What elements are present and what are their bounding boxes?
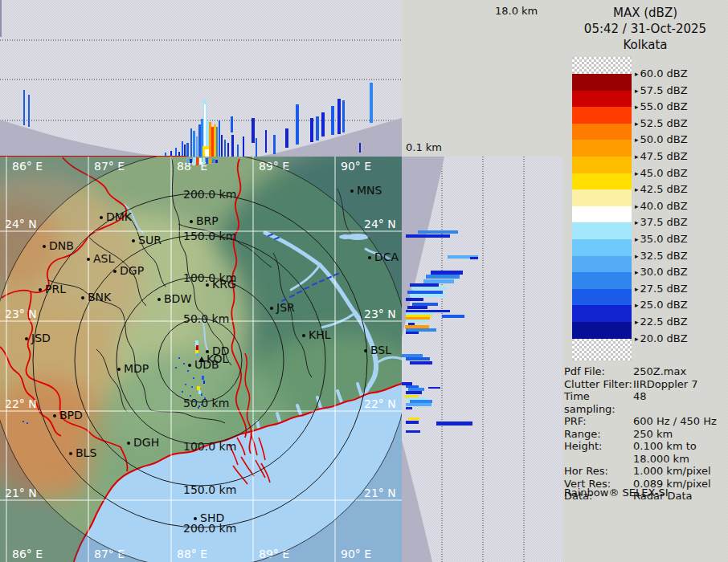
echo-row [408,417,419,420]
echo-column [193,131,195,157]
scale-tick-arrow-icon: ▸ [635,335,639,343]
echo-cell [196,157,198,165]
scale-label: ▸45.0 dBZ [635,167,688,180]
latitude-label-right: 24° N [364,218,396,230]
legend-panel: MAX (dBZ) 05:42 / 31-Oct-2025 Kolkata ▸6… [562,0,728,562]
scale-label: ▸20.0 dBZ [635,332,688,345]
scale-band [572,157,632,173]
echo-row [406,317,430,320]
beam-blind-wedge [256,118,402,157]
scale-band [572,140,632,157]
latitude-label-left: 24° N [5,218,37,230]
echo-column [237,145,239,157]
station-dot [69,452,72,455]
echo-column [285,128,288,148]
echo-row [405,325,429,328]
longitude-label-bottom: 86° E [12,548,43,560]
scale-band [572,289,632,306]
echo-column [316,116,319,140]
echo-row [406,397,427,400]
echo-cell [203,381,205,384]
metadata-label: PRF: [564,415,633,428]
echo-column [219,120,220,157]
station-dot [113,270,117,273]
scale-label: ▸27.5 dBZ [635,283,688,295]
scale-band [572,173,632,190]
longitude-label-top: 86° E [12,160,43,173]
scale-band-below-min [572,339,632,360]
station-dot [127,442,130,445]
station-label: SUR [138,234,162,246]
echo-column [23,90,25,125]
metadata-value: 1.000 km/pixel [633,465,711,478]
echo-row [411,287,447,290]
right-height-profile-panel[interactable] [402,157,562,562]
station-label: DGP [120,264,144,277]
echo-column [359,143,361,153]
station-dot [364,349,367,352]
scale-color-column [572,57,632,360]
scale-tick-arrow-icon: ▸ [635,169,639,177]
metadata-value: 0.100 km to 18.000 km [633,440,697,465]
echo-cell [202,157,205,165]
scale-tick-arrow-icon: ▸ [635,70,639,78]
station-label: BDW [164,292,191,305]
echo-row [406,328,436,332]
echo-row [406,310,450,312]
echo-row [412,303,438,306]
echo-speck [204,397,206,399]
echo-speck [193,377,194,379]
longitude-label-bottom: 89° E [259,548,289,560]
echo-row [408,388,424,391]
echo-cell [206,158,208,164]
scale-label: ▸40.0 dBZ [635,200,688,213]
scale-tick-arrow-icon: ▸ [635,235,639,243]
echo-row [423,279,454,283]
scale-label: ▸22.5 dBZ [635,316,688,328]
metadata-row: Time sampling:48 [564,390,728,415]
scale-label: ▸57.5 dBZ [635,84,688,97]
echo-row [402,382,412,385]
scale-tick-arrow-icon: ▸ [635,103,639,111]
echo-column [243,136,244,157]
echo-speck [22,421,24,422]
station-label: ASL [93,252,114,265]
echo-cell [186,158,189,163]
echo-column [337,99,341,134]
echo-speck [187,370,189,372]
echo-row [402,354,423,357]
echo-row [406,312,434,315]
scale-label: ▸25.0 dBZ [635,299,688,312]
station-label: PRL [45,283,66,295]
echo-column [216,127,218,157]
scale-tick-arrow-icon: ▸ [635,252,639,260]
station-dot [81,296,84,299]
metadata-label: Height: [564,440,633,465]
echo-row [406,421,419,424]
scale-band [572,91,632,108]
echo-row [470,257,478,259]
longitude-label-bottom: 87° E [94,548,125,560]
echo-cell [190,159,192,163]
top-height-profile-panel[interactable] [0,0,402,158]
echo-column [209,122,211,157]
station-label: BPD [59,409,83,422]
station-label: BNK [88,291,112,303]
echo-row [442,315,464,318]
echo-cell [215,160,218,163]
echo-row [410,400,432,403]
longitude-label-bottom: 90° E [341,548,371,560]
echo-column [224,140,226,157]
station-dot [350,189,354,193]
scale-band [572,272,632,289]
scale-band [572,305,632,322]
echo-row [406,320,428,322]
radar-display-screen: 18.0 km 0.1 km 86° E86° E87° E87° E88° E… [0,0,728,562]
echo-cell [209,159,211,164]
station-label: SHD [200,511,224,524]
echo-column [190,128,192,157]
station-label: BLS [76,446,96,459]
map-panel[interactable]: 86° E86° E87° E87° E88° E88° E89° E89° E… [0,157,402,562]
station-label: DMK [106,210,133,223]
echo-cell [193,157,196,164]
